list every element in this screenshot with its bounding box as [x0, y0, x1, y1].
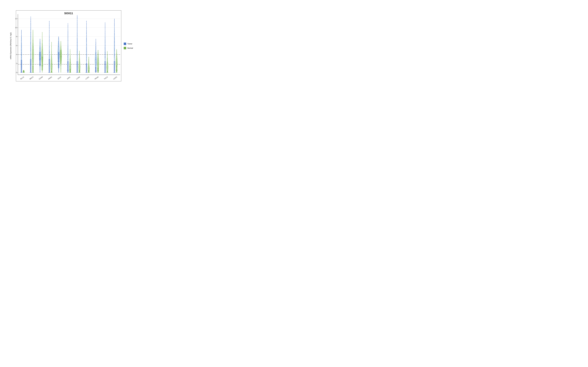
svg-rect-880: [86, 71, 86, 71]
svg-rect-1094: [105, 72, 105, 72]
svg-rect-219: [31, 64, 31, 64]
svg-rect-421: [49, 49, 50, 50]
svg-rect-423: [49, 66, 49, 66]
svg-rect-254: [33, 40, 33, 41]
svg-rect-1162: [107, 65, 108, 65]
svg-rect-1107: [105, 52, 105, 52]
svg-rect-445: [49, 31, 50, 31]
svg-rect-932: [89, 57, 89, 58]
svg-rect-361: [42, 50, 42, 50]
svg-rect-123: [23, 70, 24, 71]
svg-rect-745: [77, 17, 77, 17]
svg-rect-1142: [105, 40, 105, 40]
svg-rect-1038: [97, 67, 98, 68]
svg-rect-1045: [98, 63, 98, 63]
svg-rect-893: [86, 33, 86, 34]
svg-rect-383: [49, 30, 49, 31]
svg-rect-532: [58, 47, 59, 47]
svg-rect-1036: [98, 67, 99, 68]
svg-rect-766: [77, 22, 77, 23]
svg-rect-923: [89, 61, 89, 61]
svg-rect-401: [49, 64, 50, 64]
svg-rect-334: [40, 65, 40, 65]
svg-rect-957: [95, 72, 96, 72]
svg-rect-878: [86, 42, 86, 42]
svg-rect-1132: [105, 27, 105, 28]
svg-rect-501: [59, 48, 59, 48]
svg-rect-461: [52, 64, 52, 64]
svg-rect-548: [58, 59, 59, 59]
svg-rect-912: [86, 30, 86, 30]
svg-rect-350: [42, 69, 42, 69]
svg-rect-769: [77, 50, 78, 50]
svg-rect-539: [58, 45, 59, 45]
svg-rect-95: [21, 69, 21, 69]
svg-rect-1047: [98, 71, 98, 71]
svg-rect-457: [51, 42, 52, 42]
svg-rect-571: [61, 69, 61, 69]
svg-rect-1131: [105, 54, 105, 55]
svg-rect-1148: [107, 52, 108, 52]
svg-rect-899: [86, 41, 86, 41]
svg-text:UCEC: UCEC: [113, 76, 118, 80]
svg-rect-411: [49, 70, 49, 70]
y-axis-label: mRNA Expression (RNASeq V2, log2): [10, 33, 12, 59]
svg-rect-447: [49, 69, 50, 70]
svg-rect-1211: [114, 56, 114, 57]
svg-rect-1255: [114, 39, 114, 39]
svg-rect-222: [31, 60, 31, 61]
svg-rect-268: [40, 49, 41, 49]
svg-rect-424: [49, 36, 50, 36]
svg-rect-344: [42, 33, 42, 33]
svg-rect-324: [40, 65, 40, 65]
svg-rect-977: [95, 67, 95, 67]
svg-rect-153: [30, 43, 31, 43]
svg-rect-764: [77, 21, 77, 21]
svg-rect-412: [49, 27, 49, 28]
svg-rect-1163: [108, 64, 108, 64]
svg-rect-342: [42, 32, 42, 33]
svg-rect-300: [40, 56, 41, 56]
svg-rect-1195: [114, 42, 115, 43]
svg-rect-875: [86, 57, 87, 57]
svg-rect-119: [23, 72, 24, 73]
svg-rect-727: [77, 42, 77, 42]
svg-rect-205: [31, 42, 31, 42]
svg-rect-465: [51, 61, 51, 61]
svg-rect-1123: [105, 64, 105, 65]
svg-rect-578: [61, 50, 61, 50]
svg-rect-852: [86, 49, 86, 50]
svg-rect-333: [40, 69, 40, 69]
svg-rect-812: [79, 70, 80, 70]
svg-rect-713: [70, 51, 70, 51]
svg-rect-698: [70, 64, 70, 65]
svg-rect-82: [21, 50, 21, 50]
svg-rect-1071: [105, 39, 105, 39]
svg-rect-785: [77, 60, 77, 61]
svg-rect-985: [96, 58, 96, 58]
svg-rect-448: [49, 72, 49, 72]
svg-rect-1254: [114, 66, 114, 67]
svg-rect-310: [40, 67, 40, 67]
svg-rect-172: [31, 59, 31, 59]
svg-rect-273: [40, 63, 40, 64]
svg-rect-65: [21, 72, 21, 72]
svg-rect-1250: [114, 39, 115, 39]
svg-rect-796: [77, 18, 78, 18]
svg-rect-327: [39, 57, 40, 57]
svg-rect-233: [33, 57, 33, 57]
svg-rect-534: [59, 53, 59, 53]
svg-rect-322: [40, 52, 40, 52]
svg-rect-928: [89, 71, 89, 71]
svg-rect-427: [49, 46, 50, 46]
svg-rect-206: [31, 30, 31, 30]
svg-rect-173: [31, 25, 31, 25]
svg-rect-43: [21, 34, 22, 34]
svg-rect-530: [59, 41, 59, 42]
svg-rect-634: [68, 66, 68, 66]
svg-rect-195: [31, 44, 31, 44]
svg-rect-1200: [114, 49, 114, 49]
svg-rect-888: [86, 21, 86, 21]
svg-rect-914: [88, 70, 89, 72]
svg-rect-978: [96, 46, 96, 47]
